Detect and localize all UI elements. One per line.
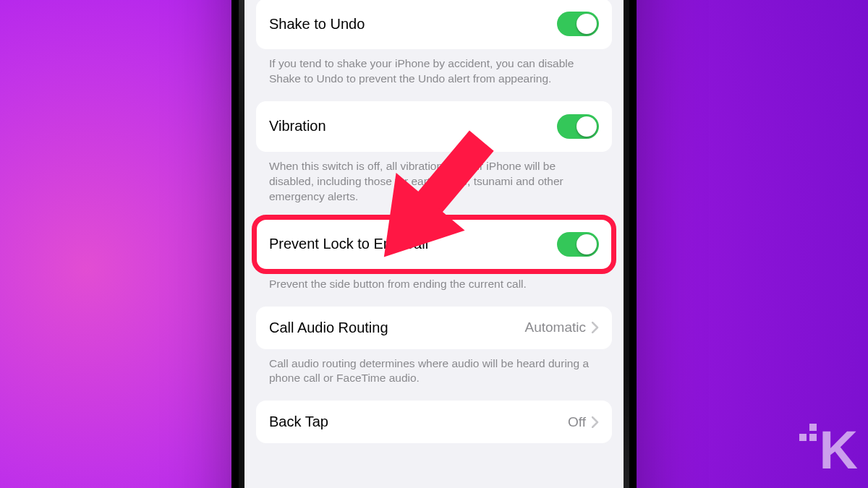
toggle-knob [576, 234, 597, 254]
row-highlight-wrapper: Prevent Lock to End Call [256, 219, 612, 270]
row-label: Back Tap [269, 414, 328, 430]
toggle-knob [576, 14, 597, 34]
settings-list: Shake to Undo If you tend to shake your … [244, 0, 624, 472]
watermark-dots-icon [799, 424, 821, 445]
phone-frame: Shake to Undo If you tend to shake your … [231, 0, 637, 488]
watermark-letter: K [820, 420, 855, 480]
row-footer: When this switch is off, all vibration o… [256, 152, 612, 219]
row-footer: Prevent the side button from ending the … [256, 270, 612, 307]
row-label: Call Audio Routing [269, 320, 388, 336]
row-footer: If you tend to shake your iPhone by acci… [256, 49, 612, 101]
row-shake-to-undo[interactable]: Shake to Undo [256, 0, 612, 49]
row-value-text: Off [568, 414, 586, 430]
chevron-right-icon [592, 416, 599, 428]
row-call-audio-routing[interactable]: Call Audio Routing Automatic [256, 307, 612, 349]
row-value: Automatic [525, 320, 599, 335]
row-vibration[interactable]: Vibration [256, 101, 612, 152]
toggle-prevent-lock-to-end-call[interactable] [557, 232, 599, 257]
phone-bezel: Shake to Undo If you tend to shake your … [239, 0, 629, 488]
row-label: Vibration [269, 118, 326, 134]
chevron-right-icon [592, 322, 599, 333]
row-value: Off [568, 414, 599, 430]
row-prevent-lock-to-end-call[interactable]: Prevent Lock to End Call [256, 219, 612, 270]
row-label: Shake to Undo [269, 16, 365, 33]
toggle-knob [576, 116, 597, 137]
toggle-vibration[interactable] [557, 114, 599, 139]
toggle-shake-to-undo[interactable] [557, 12, 599, 36]
row-back-tap[interactable]: Back Tap Off [256, 401, 612, 443]
watermark-logo: K [820, 419, 855, 481]
row-value-text: Automatic [525, 320, 586, 335]
row-label: Prevent Lock to End Call [269, 236, 428, 252]
row-footer: Call audio routing determines where audi… [256, 349, 612, 401]
phone-screen: Shake to Undo If you tend to shake your … [244, 0, 624, 488]
